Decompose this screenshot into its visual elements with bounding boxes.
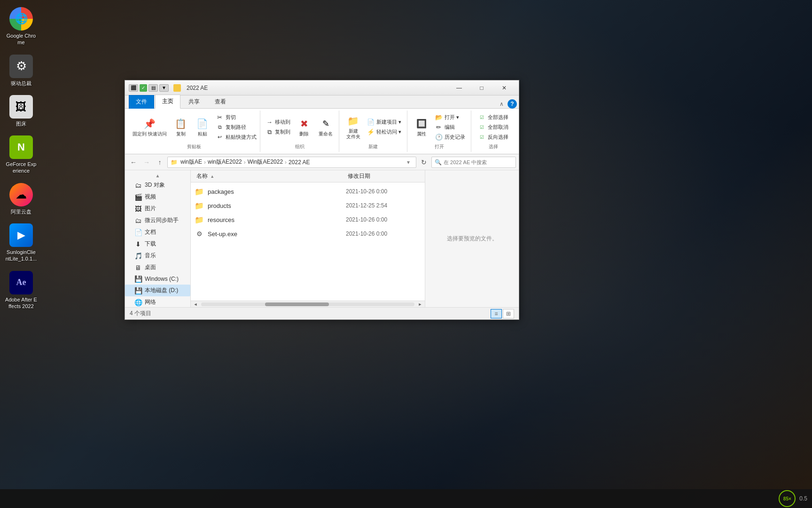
minimize-button[interactable]: — [448, 81, 470, 95]
nav-item-music[interactable]: 🎵 音乐 [125, 250, 190, 262]
copy-button[interactable]: 📋 复制 [171, 115, 191, 139]
forward-button[interactable]: → [141, 157, 152, 168]
copy-path-button[interactable]: ⧉ 复制路径 [214, 122, 259, 132]
tab-view[interactable]: 查看 [208, 95, 233, 109]
col-date-header[interactable]: 修改日期 [346, 172, 421, 180]
ribbon-group-open: 🔲 属性 📂 打开 ▾ ✏ 编辑 🕐 历史记录 [407, 111, 471, 152]
rename-button[interactable]: ✎ 重命名 [315, 115, 336, 139]
open-button[interactable]: 📂 打开 ▾ [433, 112, 468, 122]
nav-3d-label: 3D 对象 [145, 181, 165, 189]
file-item-products[interactable]: 📁 products 2021-12-25 2:54 [191, 198, 425, 213]
cut-button[interactable]: ✂ 剪切 [214, 112, 259, 122]
col-name-header[interactable]: 名称 ▲ [195, 172, 346, 180]
ribbon-group-organize: → 移动到 ⧉ 复制到 ✖ 删除 ✎ 重命名 [260, 111, 340, 152]
ribbon-collapse-button[interactable]: ∧ [498, 100, 506, 108]
up-button[interactable]: ↑ [154, 157, 165, 168]
file-item-setup[interactable]: ⚙ Set-up.exe 2021-10-26 0:00 [191, 227, 425, 241]
select-buttons: ☑ 全部选择 ☑ 全部取消 ☑ 反向选择 [476, 112, 511, 142]
move-to-button[interactable]: → 移动到 [263, 118, 293, 127]
aliyun-label: 阿里云盘 [11, 208, 31, 215]
geforce-label: GeForce Exp erience [5, 161, 38, 175]
nav-item-network[interactable]: 🌐 网络 [125, 296, 190, 307]
copy-to-button[interactable]: ⧉ 复制到 [263, 127, 293, 137]
tab-home[interactable]: 主页 [155, 95, 180, 109]
taskbar-right: 85× 0.5 [779, 490, 807, 507]
pin-button[interactable]: 📌 固定到 快速访问 [130, 115, 170, 139]
nav-item-c-drive[interactable]: 💾 Windows (C:) [125, 273, 190, 285]
nav-item-images[interactable]: 🖼 图片 [125, 203, 190, 214]
file-item-resources[interactable]: 📁 resources 2021-10-26 0:00 [191, 213, 425, 227]
copy-to-icon: ⧉ [265, 128, 273, 136]
desktop-icon-chrome[interactable]: 🌐 Google Chro me [2, 5, 40, 48]
refresh-button[interactable]: ↻ [418, 157, 429, 168]
nav-item-desktop[interactable]: 🖥 桌面 [125, 262, 190, 273]
help-button[interactable]: ? [508, 99, 517, 109]
search-box[interactable]: 🔍 [431, 157, 516, 168]
desktop-icon-ae[interactable]: Ae Adobe After Effects 2022 [2, 269, 40, 312]
preview-text: 选择要预览的文件。 [447, 235, 498, 243]
file-name-products: products [208, 202, 342, 209]
quick-access-folder-icon [173, 84, 181, 92]
nav-pane: ▲ 🗂 3D 对象 🎬 视频 🖼 图片 🗂 微云同步助手 📄 文档 [125, 170, 191, 307]
path-sep-2: › [243, 159, 247, 166]
select-all-button[interactable]: ☑ 全部选择 [476, 112, 511, 122]
new-item-label: 新建项目 ▾ [376, 119, 401, 126]
desktop-icon-geforce[interactable]: N GeForce Exp erience [2, 133, 40, 177]
copy-path-label: 复制路径 [226, 124, 246, 131]
maximize-button[interactable]: □ [471, 81, 492, 95]
desktop-icon-sunlogin[interactable]: ▶ SunloginClie ntLite_1.0.1... [2, 221, 40, 265]
tab-share[interactable]: 共享 [181, 95, 207, 109]
scroll-thumb[interactable] [265, 302, 329, 306]
invert-select-button[interactable]: ☑ 反向选择 [476, 132, 511, 142]
scroll-right-button[interactable]: ► [416, 301, 424, 308]
new-item-button[interactable]: 📄 新建项目 ▾ [365, 118, 404, 127]
nav-scroll-up[interactable]: ▲ [125, 172, 190, 179]
select-none-button[interactable]: ☑ 全部取消 [476, 122, 511, 132]
history-button[interactable]: 🕐 历史记录 [433, 132, 468, 142]
organize-group-label: 组织 [295, 142, 304, 150]
desktop-icon-aliyun[interactable]: ☁ 阿里云盘 [2, 181, 40, 217]
properties-label: 属性 [417, 131, 426, 137]
path-segment-2[interactable]: win版AE2022 [207, 158, 243, 166]
edit-button[interactable]: ✏ 编辑 [433, 122, 468, 132]
nav-item-d-drive[interactable]: 💾 本地磁盘 (D:) [125, 285, 190, 296]
address-path[interactable]: 📁 win版AE › win版AE2022 › Win版AE2022 › 202… [167, 157, 416, 168]
file-list: 📁 packages 2021-10-26 0:00 📁 products 20… [191, 183, 425, 301]
delete-button[interactable]: ✖ 删除 [294, 115, 314, 139]
back-button[interactable]: ← [128, 157, 139, 168]
driver-label: 驱动总裁 [11, 80, 31, 87]
large-icon-view-button[interactable]: ⊞ [503, 309, 514, 318]
path-segment-1[interactable]: win版AE [180, 158, 203, 166]
desktop-icon-driver[interactable]: ⚙ 驱动总裁 [2, 52, 40, 89]
scroll-track[interactable] [201, 302, 414, 306]
paste-button[interactable]: 📄 粘贴 [192, 115, 213, 139]
scroll-left-button[interactable]: ◄ [192, 301, 199, 308]
file-pane: 名称 ▲ 修改日期 📁 packages 2021-10-26 0:00 📁 p… [191, 170, 425, 307]
properties-button[interactable]: 🔲 属性 [411, 115, 432, 139]
search-input[interactable] [444, 159, 513, 165]
path-segment-4[interactable]: 2022 AE [288, 159, 311, 166]
path-segment-3[interactable]: Win版AE2022 [247, 158, 284, 166]
file-name-packages: packages [208, 188, 342, 195]
path-sep-1: › [203, 159, 207, 166]
close-button[interactable]: ✕ [493, 81, 515, 95]
nav-item-docs[interactable]: 📄 文档 [125, 226, 190, 238]
nav-item-3d[interactable]: 🗂 3D 对象 [125, 179, 190, 191]
new-folder-button[interactable]: 📁 新建文件夹 [343, 112, 364, 142]
desktop-icon-image[interactable]: 🖼 图床 [2, 93, 40, 129]
copy-to-label: 复制到 [275, 128, 290, 135]
easy-access-button[interactable]: ⚡ 轻松访问 ▾ [365, 127, 404, 137]
file-item-packages[interactable]: 📁 packages 2021-10-26 0:00 [191, 184, 425, 198]
nav-item-weixin[interactable]: 🗂 微云同步助手 [125, 214, 190, 226]
nav-item-downloads[interactable]: ⬇ 下载 [125, 238, 190, 250]
3d-icon: 🗂 [134, 182, 142, 189]
tab-file[interactable]: 文件 [129, 95, 154, 109]
history-label: 历史记录 [445, 134, 465, 141]
path-dropdown[interactable]: ▾ [404, 159, 413, 166]
open-label: 打开 ▾ [445, 114, 459, 121]
paste-shortcut-button[interactable]: ↩ 粘贴快捷方式 [214, 132, 259, 142]
address-bar: ← → ↑ 📁 win版AE › win版AE2022 › Win版AE2022… [125, 154, 519, 170]
nav-item-video[interactable]: 🎬 视频 [125, 191, 190, 203]
select-all-icon: ☑ [478, 113, 486, 121]
details-view-button[interactable]: ≡ [491, 309, 502, 318]
